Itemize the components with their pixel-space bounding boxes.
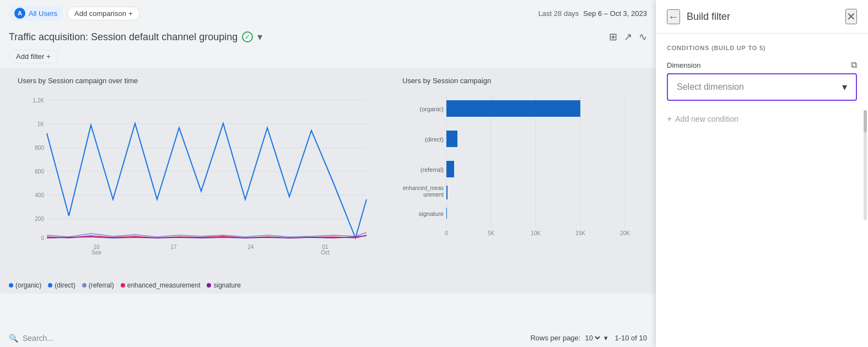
bar-chart-subtitle: Users by Session campaign bbox=[402, 77, 638, 85]
dropdown-arrow-icon: ▾ bbox=[842, 81, 847, 93]
add-comparison-button[interactable]: Add comparison + bbox=[67, 7, 140, 20]
legend-dot-direct bbox=[48, 283, 52, 288]
search-bar: 🔍 Search... bbox=[9, 334, 53, 343]
svg-text:(direct): (direct) bbox=[425, 136, 444, 143]
legend: (organic) (direct) (referral) enhanced_m… bbox=[0, 277, 656, 294]
panel-title: Build filter bbox=[687, 11, 730, 23]
dropdown-chevron-icon: ▾ bbox=[604, 334, 608, 342]
svg-text:signature: signature bbox=[419, 210, 444, 217]
close-icon: ✕ bbox=[847, 10, 856, 23]
filter-bar: Add filter + bbox=[0, 47, 656, 68]
back-arrow-icon: ← bbox=[668, 10, 679, 23]
chart-title-area: Traffic acquisition: Session default cha… bbox=[9, 31, 262, 43]
legend-dot-organic bbox=[9, 283, 13, 288]
panel-body: CONDITIONS (BUILD UP TO 5) Dimension ⧉ S… bbox=[656, 34, 868, 139]
legend-label-direct: (direct) bbox=[55, 281, 75, 289]
line-chart-container: Users by Session campaign over time 1.2K… bbox=[9, 68, 393, 277]
legend-dot-enhanced bbox=[121, 283, 125, 288]
svg-text:600: 600 bbox=[35, 169, 44, 175]
line-chart-svg: 1.2K 1K 800 600 400 200 0 10 Sep 17 24 0… bbox=[18, 89, 385, 254]
all-users-label: All Users bbox=[29, 9, 57, 18]
trend-icon[interactable]: ∿ bbox=[639, 31, 647, 43]
svg-text:20K: 20K bbox=[620, 230, 630, 236]
dimension-label: Dimension bbox=[667, 61, 700, 69]
legend-item-signature: signature bbox=[207, 281, 240, 289]
add-filter-button[interactable]: Add filter + bbox=[9, 50, 58, 63]
legend-label-enhanced: enhanced_measurement bbox=[127, 281, 201, 289]
legend-label-referral: (referral) bbox=[89, 281, 114, 289]
legend-label-signature: signature bbox=[213, 281, 240, 289]
svg-text:200: 200 bbox=[35, 216, 44, 222]
check-icon: ✓ bbox=[242, 31, 253, 42]
rows-per-page: Rows per page: 10 25 50 ▾ bbox=[530, 333, 608, 343]
rows-per-page-label: Rows per page: bbox=[530, 334, 580, 342]
add-filter-icon: + bbox=[46, 52, 51, 61]
svg-rect-25 bbox=[446, 100, 580, 117]
scrollbar-track bbox=[864, 110, 867, 220]
svg-text:15K: 15K bbox=[575, 230, 585, 236]
legend-item-organic: (organic) bbox=[9, 281, 41, 289]
svg-text:17: 17 bbox=[170, 244, 177, 250]
add-filter-label: Add filter bbox=[16, 52, 44, 61]
line-chart-subtitle: Users by Session campaign over time bbox=[18, 77, 385, 85]
svg-text:800: 800 bbox=[35, 145, 44, 151]
pagination: Rows per page: 10 25 50 ▾ 1-10 of 10 bbox=[530, 333, 647, 343]
svg-text:(referral): (referral) bbox=[420, 166, 444, 173]
conditions-label: CONDITIONS (BUILD UP TO 5) bbox=[667, 45, 857, 51]
svg-text:Sep: Sep bbox=[91, 250, 101, 254]
close-button[interactable]: ✕ bbox=[845, 9, 857, 24]
svg-rect-27 bbox=[446, 161, 454, 177]
table-icon[interactable]: ⊞ bbox=[609, 31, 617, 43]
top-bar-left: A All Users Add comparison + bbox=[9, 6, 140, 21]
svg-text:1.2K: 1.2K bbox=[33, 97, 44, 104]
top-bar: A All Users Add comparison + Last 28 day… bbox=[0, 0, 656, 26]
rows-per-page-select[interactable]: 10 25 50 bbox=[583, 333, 602, 343]
svg-text:urement: urement bbox=[423, 192, 444, 198]
dimension-label-row: Dimension ⧉ bbox=[667, 60, 857, 70]
copy-icon[interactable]: ⧉ bbox=[851, 60, 857, 70]
build-filter-panel: ← Build filter ✕ CONDITIONS (BUILD UP TO… bbox=[656, 0, 868, 347]
add-condition-button[interactable]: + Add new condition bbox=[667, 110, 738, 128]
main-content: A All Users Add comparison + Last 28 day… bbox=[0, 0, 656, 347]
all-users-badge[interactable]: A All Users bbox=[9, 6, 63, 21]
scrollbar-thumb[interactable] bbox=[864, 110, 867, 132]
dropdown-icon[interactable]: ▾ bbox=[257, 31, 262, 43]
legend-dot-signature bbox=[207, 283, 211, 288]
chart-header: Traffic acquisition: Session default cha… bbox=[0, 26, 656, 47]
svg-text:5K: 5K bbox=[488, 230, 495, 236]
pagination-info: 1-10 of 10 bbox=[614, 334, 647, 342]
date-range: Sep 6 – Oct 3, 2023 bbox=[583, 9, 647, 18]
top-bar-right: Last 28 days Sep 6 – Oct 3, 2023 bbox=[538, 9, 647, 18]
avatar: A bbox=[14, 8, 25, 19]
svg-text:10K: 10K bbox=[531, 230, 541, 236]
add-condition-plus-icon: + bbox=[667, 114, 672, 124]
svg-text:Oct: Oct bbox=[321, 250, 330, 254]
svg-text:0: 0 bbox=[41, 235, 44, 241]
dimension-select-text: Select dimension bbox=[677, 82, 744, 92]
svg-text:24: 24 bbox=[247, 244, 254, 250]
add-comparison-label: Add comparison bbox=[74, 9, 126, 18]
svg-text:enhanced_meas: enhanced_meas bbox=[403, 185, 444, 191]
back-button[interactable]: ← bbox=[667, 9, 680, 24]
search-placeholder[interactable]: Search... bbox=[23, 334, 53, 343]
svg-rect-26 bbox=[446, 131, 457, 147]
svg-text:(organic): (organic) bbox=[420, 106, 444, 112]
svg-rect-29 bbox=[446, 208, 447, 219]
charts-area: Users by Session campaign over time 1.2K… bbox=[0, 68, 656, 277]
svg-text:1K: 1K bbox=[37, 121, 45, 127]
svg-text:400: 400 bbox=[35, 192, 44, 198]
chart-actions: ⊞ ↗ ∿ bbox=[609, 31, 647, 43]
bar-chart-container: Users by Session campaign bbox=[393, 68, 647, 277]
search-icon: 🔍 bbox=[9, 334, 18, 343]
svg-rect-28 bbox=[446, 186, 448, 199]
legend-item-referral: (referral) bbox=[82, 281, 114, 289]
add-condition-label: Add new condition bbox=[675, 115, 738, 123]
panel-header: ← Build filter ✕ bbox=[656, 0, 868, 34]
plus-icon: + bbox=[128, 9, 133, 18]
share-icon[interactable]: ↗ bbox=[624, 31, 632, 43]
dimension-section: Dimension ⧉ Select dimension ▾ bbox=[667, 60, 857, 101]
dimension-select-dropdown[interactable]: Select dimension ▾ bbox=[667, 73, 857, 101]
legend-label-organic: (organic) bbox=[15, 281, 41, 289]
bar-chart-svg: (organic) (direct) (referral) enhanced_m… bbox=[402, 89, 634, 254]
panel-title-group: ← Build filter bbox=[667, 9, 730, 24]
